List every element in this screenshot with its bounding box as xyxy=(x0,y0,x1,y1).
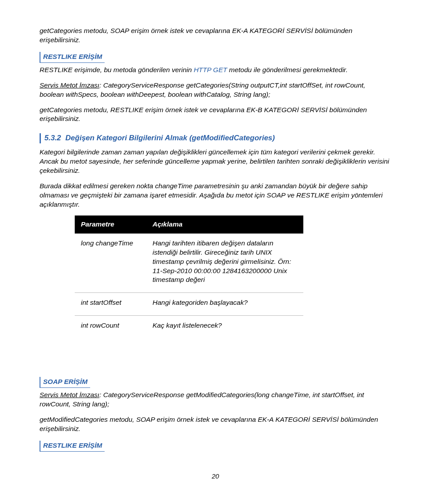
signature-label: Servis Metot İmzası xyxy=(40,81,99,89)
param-name: int rowCount xyxy=(75,316,146,338)
paragraph: Kategori bilgilerinde zaman zaman yapıla… xyxy=(40,148,391,175)
table-header-row: Parametre Açıklama xyxy=(75,215,303,234)
section-label-soap: SOAP ERİŞİM xyxy=(40,377,90,388)
method-signature: Servis Metot İmzası: CategoryServiceResp… xyxy=(40,81,391,99)
param-name: long changeTime xyxy=(75,234,146,293)
paragraph: getCategories metodu, SOAP erişim örnek … xyxy=(40,26,391,45)
paragraph: getModifiedCategories metodu, SOAP erişi… xyxy=(40,415,391,434)
spacer xyxy=(40,341,391,376)
table-header-parametre: Parametre xyxy=(75,215,146,234)
param-desc: Kaç kayıt listelenecek? xyxy=(146,316,303,338)
section-label-restlike-2: RESTLIKE ERİŞİM xyxy=(40,441,105,452)
page-number: 20 xyxy=(40,472,391,481)
table-row: int startOffset Hangi kategoriden başlay… xyxy=(75,293,303,316)
paragraph: RESTLIKE erişimde, bu metoda gönderilen … xyxy=(40,66,391,75)
table-row: int rowCount Kaç kayıt listelenecek? xyxy=(75,316,303,338)
param-desc: Hangi tarihten itibaren değişen dataları… xyxy=(146,234,303,293)
heading-title: Değişen Kategori Bilgilerini Almak (getM… xyxy=(65,134,275,142)
paragraph: getCategories metodu, RESTLIKE erişim ör… xyxy=(40,106,391,124)
text: metodu ile gönderilmesi gerekmektedir. xyxy=(227,66,348,73)
heading-number: 5.3.2 xyxy=(44,134,61,142)
http-method-text: HTTP GET xyxy=(194,66,227,73)
method-signature: Servis Metot İmzası: CategoryServiceResp… xyxy=(40,391,391,409)
signature-label: Servis Metot İmzası xyxy=(40,391,99,398)
parameters-table: Parametre Açıklama long changeTime Hangi… xyxy=(75,215,303,338)
heading-5-3-2: 5.3.2Değişen Kategori Bilgilerini Almak … xyxy=(40,133,391,143)
section-label-restlike: RESTLIKE ERİŞİM xyxy=(40,52,105,63)
table-row: long changeTime Hangi tarihten itibaren … xyxy=(75,234,303,293)
param-name: int startOffset xyxy=(75,293,146,316)
param-desc: Hangi kategoriden başlayacak? xyxy=(146,293,303,316)
table-header-aciklama: Açıklama xyxy=(146,215,303,234)
text: RESTLIKE erişimde, bu metoda gönderilen … xyxy=(40,66,194,73)
paragraph: Burada dikkat edilmesi gereken nokta cha… xyxy=(40,182,391,209)
